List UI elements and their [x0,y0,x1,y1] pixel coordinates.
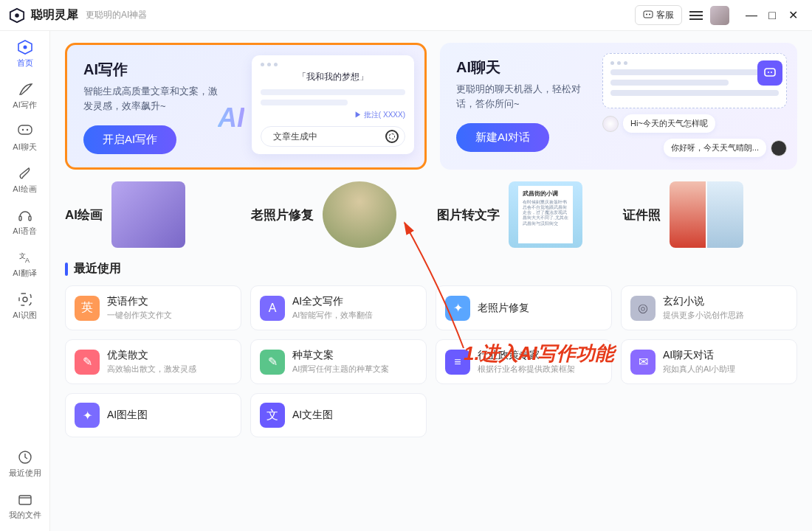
card-title: AI文生图 [292,409,333,422]
user-avatar[interactable] [710,6,729,25]
card-title: 种草文案 [292,349,389,362]
app-logo-icon [9,7,25,24]
svg-point-22 [768,72,769,73]
ocr-thumb: 武昌街的小调有时候到重庆捡落叶书总会不自觉地跟武昌街走去，过了魔法发现武昌街大大… [509,181,582,248]
spinner-icon [385,130,399,143]
recent-card[interactable]: ◎ 玄幻小说 提供更多小说创作思路 [621,285,797,330]
svg-point-23 [771,72,772,73]
chat-icon [17,123,33,139]
idphoto-thumb [670,181,743,248]
window-maximize[interactable]: □ [762,9,782,22]
headset-icon [17,207,33,223]
card-title: AI聊天对话 [663,349,735,362]
start-writing-button[interactable]: 开启AI写作 [83,125,176,154]
paint-thumb [111,181,185,248]
card-title: 优美散文 [107,349,196,362]
scan-icon [17,291,33,308]
writing-preview: AI 「我和我的梦想」 ▶ 批注( XXXX) 文章生成中 [252,55,414,157]
card-sub: 高效输出散文，激发灵感 [107,364,196,375]
sidebar-item-chat[interactable]: AI聊天 [13,122,36,153]
hero-writing[interactable]: AI写作 智能生成高质量文章和文案，激发灵感，效率飙升~ 开启AI写作 AI 「… [65,43,427,170]
recent-card[interactable]: 英 英语作文 一键创作英文作文 [65,285,241,330]
svg-point-18 [23,297,27,302]
folder-icon [17,491,33,507]
chat-bubble-icon [643,10,653,21]
card-title: AI全文写作 [292,295,373,308]
hexagon-icon [17,39,33,55]
feather-icon [17,81,33,97]
svg-rect-17 [19,294,31,305]
card-icon: ◎ [630,296,656,321]
clock-icon [17,449,33,465]
svg-text:A: A [25,257,30,264]
recent-card[interactable]: 文 AI文生图 [250,393,427,437]
recent-card[interactable]: ✦ AI图生图 [65,393,241,437]
tool-restore[interactable]: 老照片修复 [251,181,425,248]
sidebar: 首页 AI写作 AI聊天 AI绘画 AI语音 文A AI翻译 AI识图 [0,31,50,531]
card-sub: 宛如真人的AI小助理 [663,364,735,375]
app-brand: 聪明灵犀 [31,7,78,23]
svg-point-12 [26,129,27,131]
recent-heading: 最近使用 [65,261,797,277]
recent-card[interactable]: ✦ 老照片修复 [436,285,612,330]
sidebar-item-voice[interactable]: AI语音 [13,206,36,237]
menu-icon[interactable] [689,10,703,21]
annotation-label: 1.进入AI写作功能 [464,341,614,367]
reply-icon [757,60,782,86]
sidebar-item-writing[interactable]: AI写作 [13,80,36,111]
sidebar-item-ocr[interactable]: AI识图 [13,291,36,321]
svg-point-4 [649,13,650,15]
svg-rect-21 [765,69,775,76]
card-icon: ✎ [75,350,100,375]
ai-badge-icon: AI [218,103,244,133]
card-title: 英语作文 [107,295,172,308]
card-sub: AI智能写作，效率翻倍 [292,310,373,321]
svg-point-11 [21,129,23,131]
card-icon: ✦ [75,403,100,428]
sidebar-item-recent[interactable]: 最近使用 [9,448,41,479]
avatar-icon [602,116,619,132]
svg-point-9 [23,46,27,49]
card-icon: A [260,296,285,321]
hero-writing-desc: 智能生成高质量文章和文案，激发灵感，效率飙升~ [83,84,224,114]
recent-card[interactable]: ✎ 种草文案 AI撰写任何主题的种草文案 [250,339,427,384]
app-subtitle: 更聪明的AI神器 [86,9,147,21]
card-icon: ✦ [445,296,470,321]
titlebar: 聪明灵犀 更聪明的AI神器 客服 — □ ✕ [0,0,812,31]
card-icon: 英 [75,296,100,321]
sidebar-item-home[interactable]: 首页 [16,38,34,69]
svg-rect-2 [644,11,653,18]
recent-card[interactable]: A AI全文写作 AI智能写作，效率翻倍 [250,285,427,330]
service-button[interactable]: 客服 [635,5,682,25]
window-minimize[interactable]: — [741,9,762,22]
card-icon: 文 [260,403,285,428]
sidebar-item-translate[interactable]: 文A AI翻译 [13,249,36,279]
tool-ocr[interactable]: 图片转文字武昌街的小调有时候到重庆捡落叶书总会不自觉地跟武昌街走去，过了魔法发现… [437,181,611,248]
translate-icon: 文A [17,249,33,266]
new-chat-button[interactable]: 新建AI对话 [456,123,549,152]
card-sub: 一键创作英文作文 [107,310,172,321]
card-sub: 提供更多小说创作思路 [663,310,744,321]
svg-point-1 [15,13,19,18]
svg-rect-10 [18,125,32,134]
recent-card[interactable]: ✎ 优美散文 高效输出散文，激发灵感 [65,339,241,384]
recent-card[interactable]: ✉ AI聊天对话 宛如真人的AI小助理 [621,339,797,384]
card-title: 玄幻小说 [663,295,744,308]
card-icon: ✉ [630,350,656,375]
brush-icon [17,165,33,181]
chat-preview: Hi~今天的天气怎样呢 你好呀，今天天气晴朗... [602,53,787,159]
hero-chat-desc: 更聪明的聊天机器人，轻松对话，答你所问~ [456,82,596,111]
sidebar-item-paint[interactable]: AI绘画 [13,164,36,195]
window-close[interactable]: ✕ [782,8,803,22]
svg-rect-20 [19,496,31,504]
card-sub: AI撰写任何主题的种草文案 [292,364,389,375]
tool-paint[interactable]: AI绘画 [65,181,239,248]
tool-idphoto[interactable]: 证件照 [623,181,797,248]
hero-chat[interactable]: AI聊天 更聪明的聊天机器人，轻松对话，答你所问~ 新建AI对话 Hi~今天的天… [440,43,797,170]
card-title: AI图生图 [107,409,148,422]
sidebar-item-files[interactable]: 我的文件 [9,490,41,521]
recent-grid: 英 英语作文 一键创作英文作文A AI全文写作 AI智能写作，效率翻倍✦ 老照片… [65,285,797,437]
card-icon: ✎ [260,350,285,375]
card-title: 老照片修复 [478,302,529,315]
main-content: AI写作 智能生成高质量文章和文案，激发灵感，效率飙升~ 开启AI写作 AI 「… [50,31,812,531]
